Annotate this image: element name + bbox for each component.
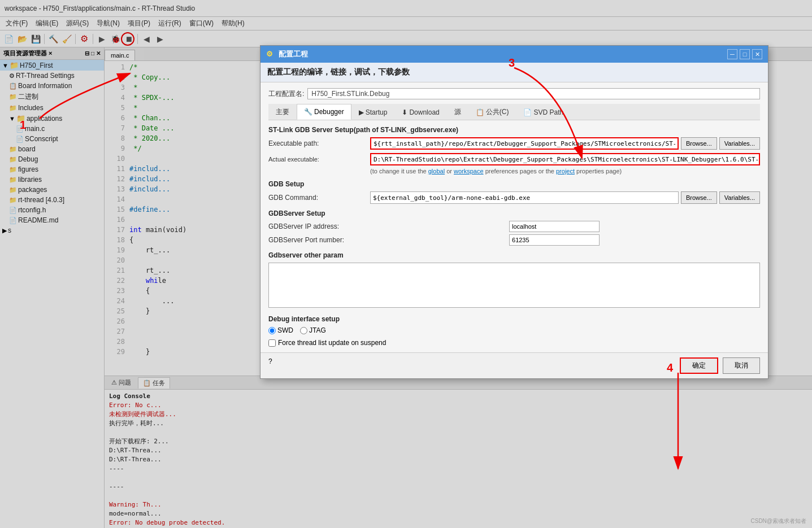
gdb-command-label: GDB Command: xyxy=(268,194,370,202)
gdbserver-ip-label: GDBServer IP address: xyxy=(268,222,505,230)
tab-svd[interactable]: 📄 SVD Path xyxy=(516,104,571,120)
debug-interface-title: Debug interface setup xyxy=(268,315,760,323)
dialog-footer: ? 确定 取消 xyxy=(260,352,768,378)
tab-download[interactable]: ⬇ Download xyxy=(394,104,446,120)
executable-path-row: Executable path: Browse... Variables... xyxy=(268,137,760,150)
swd-radio[interactable] xyxy=(268,327,276,334)
project-config-label: 工程配置名: xyxy=(268,89,304,99)
browse-btn-1[interactable]: Browse... xyxy=(681,137,717,150)
jtag-label: JTAG xyxy=(309,326,326,334)
gdbserver-grid: GDBServer IP address: GDBServer Port num… xyxy=(268,221,760,246)
swd-label: SWD xyxy=(277,326,293,334)
stlink-section-title: ST-Link GDB Server Setup(path of ST-LINK… xyxy=(268,126,760,134)
jtag-radio[interactable] xyxy=(300,327,307,334)
gdb-setup-title: GDB Setup xyxy=(268,180,760,188)
swd-radio-label[interactable]: SWD xyxy=(268,326,293,334)
hint-row: (to change it use the global or workspac… xyxy=(370,168,760,174)
tab-source[interactable]: 源 xyxy=(447,104,468,120)
force-thread-label: Force thread list update on suspend xyxy=(278,339,386,347)
dialog-subtitle: 配置工程的编译，链接，调试，下载参数 xyxy=(260,63,768,82)
dialog-titlebar-btns: ─ □ ✕ xyxy=(727,49,762,59)
dialog-titlebar: ⚙ 配置工程 ─ □ ✕ xyxy=(260,46,768,63)
force-thread-checkbox-label[interactable]: Force thread list update on suspend xyxy=(268,339,760,347)
other-param-title: Gdbserver other param xyxy=(268,251,760,259)
dialog-close-btn[interactable]: ✕ xyxy=(752,49,762,59)
gdbserver-port-label: GDBServer Port number: xyxy=(268,236,505,244)
jtag-radio-label[interactable]: JTAG xyxy=(300,326,326,334)
tab-main[interactable]: 主要 xyxy=(268,104,297,120)
debug-interface-radio-group: SWD JTAG xyxy=(268,326,760,334)
browse-btn-2[interactable]: Browse... xyxy=(681,191,717,204)
tab-startup[interactable]: ▶ Startup xyxy=(351,104,395,120)
dialog-body: 工程配置名: 主要 🔧 Debugger ▶ Startup ⬇ Do xyxy=(260,82,768,352)
gdbserver-port-input[interactable] xyxy=(509,234,600,246)
variables-btn-1[interactable]: Variables... xyxy=(719,137,760,150)
gdbserver-setup-title: GDBServer Setup xyxy=(268,210,760,217)
force-thread-checkbox[interactable] xyxy=(268,339,276,347)
help-icon[interactable]: ? xyxy=(268,357,272,374)
gdb-command-input[interactable] xyxy=(370,191,679,204)
actual-executable-row: Actual executable: D:\RT-ThreadStudio\re… xyxy=(268,153,760,165)
dialog-overlay: ⚙ 配置工程 ─ □ ✕ 配置工程的编译，链接，调试，下载参数 工程配置名: xyxy=(0,0,812,528)
tab-common[interactable]: 📋 公共(C) xyxy=(468,104,516,120)
project-link[interactable]: project xyxy=(556,168,575,174)
executable-label: Executable path: xyxy=(268,139,370,147)
executable-path-input[interactable] xyxy=(370,137,679,150)
project-config-input[interactable] xyxy=(307,88,760,99)
ok-button[interactable]: 确定 xyxy=(680,357,718,374)
project-config-row: 工程配置名: xyxy=(268,88,760,99)
other-param-textarea[interactable] xyxy=(268,263,760,308)
actual-label: Actual executable: xyxy=(268,156,370,163)
dialog-maximize-btn[interactable]: □ xyxy=(740,49,750,59)
global-link[interactable]: global xyxy=(428,168,445,174)
actual-executable-value: D:\RT-ThreadStudio\repo\Extract\Debugger… xyxy=(370,153,760,165)
dialog-title: ⚙ 配置工程 xyxy=(266,49,308,59)
config-dialog: ⚙ 配置工程 ─ □ ✕ 配置工程的编译，链接，调试，下载参数 工程配置名: xyxy=(260,45,768,379)
workspace-link[interactable]: workspace xyxy=(454,168,484,174)
dialog-tabs: 主要 🔧 Debugger ▶ Startup ⬇ Download 源 xyxy=(268,104,760,120)
tab-debugger[interactable]: 🔧 Debugger xyxy=(297,104,351,120)
gdbserver-ip-input[interactable] xyxy=(509,221,600,232)
gdb-command-row: GDB Command: Browse... Variables... xyxy=(268,191,760,204)
cancel-button[interactable]: 取消 xyxy=(723,357,760,374)
dialog-minimize-btn[interactable]: ─ xyxy=(727,49,737,59)
variables-btn-2[interactable]: Variables... xyxy=(719,191,760,204)
